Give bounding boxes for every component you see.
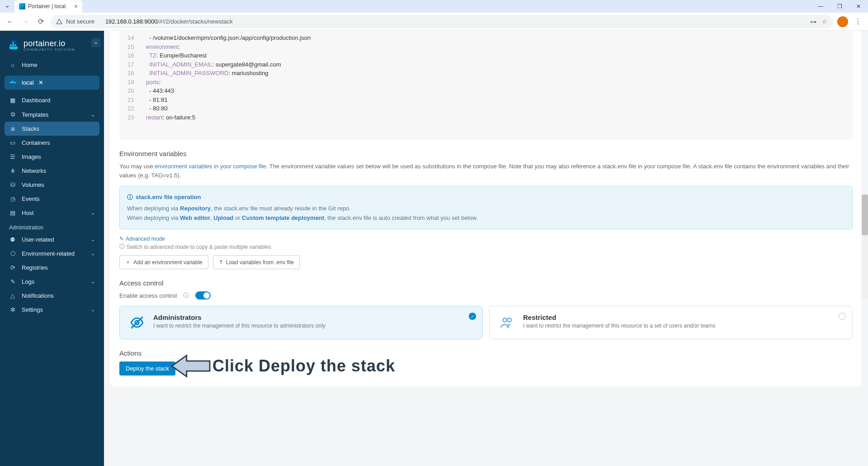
nav-images[interactable]: ☰Images — [5, 150, 99, 164]
not-secure-icon — [56, 19, 62, 25]
nav-events[interactable]: ◷Events — [5, 192, 99, 206]
stackenv-info-box: ⓘstack.env file operation When deploying… — [119, 186, 853, 229]
chevron-down-icon: ⌄ — [91, 210, 95, 216]
nav-templates[interactable]: ⧉Templates⌄ — [5, 107, 99, 122]
nav-reload[interactable]: ⟳ — [35, 16, 46, 27]
users-icon: ⚉ — [9, 236, 16, 243]
password-key-icon[interactable]: ⊶ — [810, 18, 816, 25]
address-bar[interactable]: Not secure 192.168.0.188:9000/#!/2/docke… — [51, 15, 833, 29]
deploy-stack-button[interactable]: Deploy the stack — [119, 361, 175, 376]
nav-label: Events — [22, 195, 40, 202]
svg-rect-6 — [12, 80, 13, 81]
radio-selected-icon: ✓ — [469, 313, 476, 320]
nav-label: Images — [22, 153, 41, 160]
tab-title: Portainer | local — [28, 3, 66, 10]
compose-editor[interactable]: 14151617181920212223 - /volume1/docker/n… — [119, 31, 853, 140]
nav-host[interactable]: ▤Host⌄ — [5, 206, 99, 220]
chevron-down-icon: ⌄ — [91, 279, 95, 285]
svg-point-10 — [503, 318, 507, 322]
registries-icon: ⟳ — [9, 264, 16, 271]
tab-close-icon[interactable]: × — [74, 3, 78, 10]
info-title: stack.env file operation — [136, 193, 201, 202]
load-envfile-button[interactable]: ⤒Load variables from .env file — [213, 255, 300, 269]
nav-label: Registries — [22, 264, 48, 271]
bell-icon: △ — [9, 292, 16, 299]
card-desc: I want to restrict the management of thi… — [153, 323, 326, 329]
access-control-toggle[interactable] — [195, 291, 211, 300]
advanced-mode-link[interactable]: ✎Advanced mode — [119, 236, 853, 242]
editor-gutter: 14151617181920212223 — [119, 33, 139, 122]
browser-toolbar: ← → ⟳ Not secure 192.168.0.188:9000/#!/2… — [0, 13, 868, 31]
star-icon[interactable]: ☆ — [822, 18, 827, 25]
chevron-down-icon: ⌄ — [91, 112, 95, 118]
url-path: /#!/2/docker/stacks/newstack — [158, 18, 233, 25]
info-icon: ⓘ — [119, 243, 125, 251]
nav-label: Templates — [22, 111, 48, 118]
nav-settings[interactable]: ✼Settings⌄ — [5, 303, 99, 317]
kebab-menu-icon[interactable]: ⋮ — [853, 16, 863, 27]
profile-avatar[interactable] — [837, 16, 848, 27]
browser-tab[interactable]: Portainer | local × — [14, 0, 82, 13]
gear-icon: ✼ — [9, 306, 16, 313]
stacks-icon: ≣ — [9, 125, 16, 132]
nav-home[interactable]: ⌂ Home — [5, 58, 99, 72]
main-content: 14151617181920212223 - /volume1/docker/n… — [104, 31, 868, 466]
tutorial-annotation: Click Deploy the stack — [169, 353, 395, 379]
window-minimize[interactable]: — — [811, 0, 830, 13]
nav-stacks[interactable]: ≣Stacks — [5, 122, 99, 136]
card-desc: I want to restrict the management of thi… — [523, 323, 716, 329]
access-control-title: Access control — [119, 279, 853, 287]
window-maximize[interactable]: ❐ — [830, 0, 849, 13]
volumes-icon: ⛁ — [9, 181, 16, 188]
environment-icon: ⎔ — [9, 250, 16, 257]
nav-volumes[interactable]: ⛁Volumes — [5, 178, 99, 192]
nav-logs[interactable]: ✎Logs⌄ — [5, 275, 99, 289]
templates-icon: ⧉ — [9, 111, 16, 118]
plus-icon: ＋ — [125, 258, 131, 266]
url-host: 192.168.0.188:9000 — [105, 18, 158, 25]
svg-rect-0 — [10, 44, 12, 46]
scrollbar[interactable] — [862, 195, 868, 299]
access-option-restricted[interactable]: Restricted I want to restrict the manage… — [489, 306, 853, 339]
nav-label: Host — [22, 209, 34, 216]
environment-pill[interactable]: local ✕ — [5, 76, 99, 90]
svg-rect-4 — [10, 81, 11, 82]
nav-label: Containers — [22, 139, 50, 146]
nav-forward[interactable]: → — [20, 16, 31, 27]
edit-icon: ✎ — [119, 236, 124, 242]
upload-icon: ⤒ — [219, 259, 223, 266]
env-close-icon[interactable]: ✕ — [38, 79, 43, 86]
events-icon: ◷ — [9, 195, 16, 202]
nav-containers[interactable]: ▭Containers — [5, 136, 99, 150]
window-close[interactable]: ✕ — [849, 0, 868, 13]
dashboard-icon: ▦ — [9, 97, 16, 104]
scrollbar-thumb[interactable] — [862, 195, 868, 235]
help-icon[interactable]: ⓘ — [183, 291, 189, 300]
compose-docs-link[interactable]: environment variables in your compose fi… — [155, 163, 266, 170]
card-title: Administrators — [153, 314, 326, 321]
sidebar-collapse-button[interactable]: « — [91, 38, 100, 47]
nav-registries[interactable]: ⟳Registries — [5, 261, 99, 275]
access-option-administrators[interactable]: Administrators I want to restrict the ma… — [119, 306, 483, 339]
tab-favicon — [19, 3, 25, 10]
svg-rect-7 — [13, 81, 14, 82]
nav-notifications[interactable]: △Notifications — [5, 289, 99, 303]
nav-back[interactable]: ← — [5, 16, 15, 27]
envvars-title: Environment variables — [119, 150, 853, 157]
arrow-left-icon — [169, 353, 212, 379]
card-title: Restricted — [523, 314, 716, 321]
nav-user-related[interactable]: ⚉User-related⌄ — [5, 233, 99, 247]
editor-code[interactable]: - /volume1/docker/npm/config.json:/app/c… — [139, 33, 311, 122]
chevron-down-icon: ⌄ — [91, 251, 95, 257]
tab-search-dropdown[interactable] — [4, 3, 11, 10]
brand-edition: COMMUNITY EDITION — [24, 48, 75, 52]
nav-dashboard[interactable]: ▦Dashboard — [5, 93, 99, 107]
networks-icon: ⋔ — [9, 167, 16, 174]
svg-rect-5 — [12, 81, 13, 82]
containers-icon: ▭ — [9, 139, 16, 146]
nav-environment-related[interactable]: ⎔Environment-related⌄ — [5, 247, 99, 261]
add-envvar-button[interactable]: ＋Add an environment variable — [119, 255, 208, 269]
actions-title: Actions — [119, 349, 853, 357]
nav-networks[interactable]: ⋔Networks — [5, 164, 99, 178]
logs-icon: ✎ — [9, 278, 16, 285]
